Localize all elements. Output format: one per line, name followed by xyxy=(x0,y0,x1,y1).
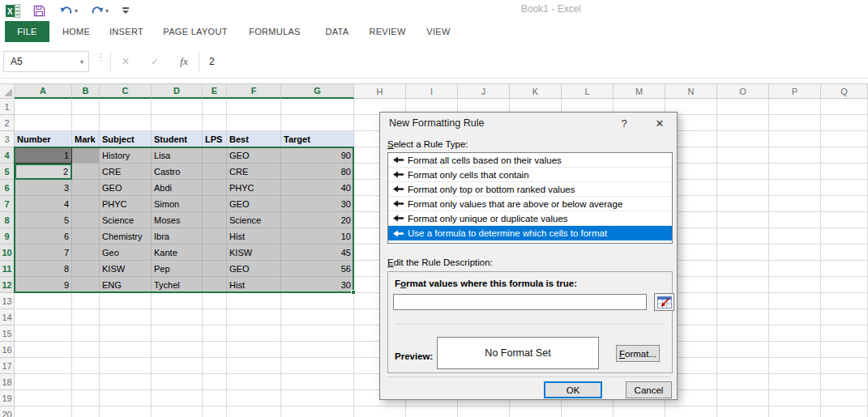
cell-P11[interactable] xyxy=(769,261,821,277)
cell-F16[interactable] xyxy=(227,342,281,358)
cell-G20[interactable] xyxy=(281,406,354,417)
cancel-button[interactable]: Cancel xyxy=(626,381,672,398)
row-header-14[interactable]: 14 xyxy=(0,309,15,326)
cell-G12[interactable]: 30 xyxy=(281,277,354,293)
ribbon-tab-formulas[interactable]: FORMULAS xyxy=(242,21,308,42)
dialog-close-icon[interactable]: ✕ xyxy=(649,116,670,132)
rule-type-option-5[interactable]: Use a formula to determine which cells t… xyxy=(388,226,672,240)
save-icon[interactable] xyxy=(28,2,49,19)
collapse-dialog-range-button[interactable] xyxy=(654,293,674,311)
cell-O9[interactable] xyxy=(717,228,769,245)
cell-C3[interactable]: Subject xyxy=(100,131,152,147)
cell-D3[interactable]: Student xyxy=(152,131,203,147)
cell-E6[interactable] xyxy=(203,180,227,196)
cell-F3[interactable]: Best xyxy=(227,131,281,147)
cell-D19[interactable] xyxy=(152,390,203,406)
cell-A18[interactable] xyxy=(15,374,72,390)
cell-F9[interactable]: Hist xyxy=(227,228,281,245)
undo-dropdown-icon[interactable]: ▾ xyxy=(75,7,78,15)
cell-C14[interactable] xyxy=(100,309,152,326)
cell-H20[interactable] xyxy=(354,406,406,417)
cell-P9[interactable] xyxy=(769,228,821,245)
row-header-12[interactable]: 12 xyxy=(0,277,15,293)
cell-A14[interactable] xyxy=(15,309,72,326)
cell-E16[interactable] xyxy=(203,342,227,358)
cell-P17[interactable] xyxy=(769,358,821,374)
cell-D6[interactable]: Abdi xyxy=(152,180,203,196)
formula-input[interactable] xyxy=(203,51,868,72)
cell-D20[interactable] xyxy=(152,406,203,417)
cancel-icon[interactable]: ✕ xyxy=(114,56,137,67)
column-header-L[interactable]: L xyxy=(562,83,614,99)
name-box-dropdown-icon[interactable]: ▾ xyxy=(80,58,83,66)
cell-L20[interactable] xyxy=(562,406,614,417)
cell-D5[interactable]: Castro xyxy=(152,164,203,180)
column-header-H[interactable]: H xyxy=(354,83,406,99)
format-button[interactable]: Format... xyxy=(616,345,660,362)
row-header-20[interactable]: 20 xyxy=(0,406,15,417)
cell-C10[interactable]: Geo xyxy=(100,245,152,261)
cell-E17[interactable] xyxy=(203,358,227,374)
cell-E4[interactable] xyxy=(203,147,227,164)
row-header-1[interactable]: 1 xyxy=(0,99,15,115)
column-header-E[interactable]: E xyxy=(203,83,227,99)
row-header-5[interactable]: 5 xyxy=(0,164,15,180)
cell-F8[interactable]: Science xyxy=(227,212,281,228)
cell-A8[interactable]: 5 xyxy=(15,212,72,228)
column-header-M[interactable]: M xyxy=(614,83,665,99)
cell-F19[interactable] xyxy=(227,390,281,406)
ribbon-tab-view[interactable]: VIEW xyxy=(421,21,455,42)
cell-F6[interactable]: PHYC xyxy=(227,180,281,196)
cell-B18[interactable] xyxy=(72,374,100,390)
cell-G10[interactable]: 45 xyxy=(281,245,354,261)
cell-F18[interactable] xyxy=(227,374,281,390)
cell-G17[interactable] xyxy=(281,358,354,374)
redo-dropdown-icon[interactable]: ▾ xyxy=(105,7,109,15)
cell-O17[interactable] xyxy=(717,358,769,374)
ribbon-tab-home[interactable]: HOME xyxy=(57,21,96,42)
cell-G13[interactable] xyxy=(281,293,354,309)
rule-formula-input[interactable] xyxy=(393,294,647,310)
cell-E18[interactable] xyxy=(203,374,227,390)
cell-O8[interactable] xyxy=(717,212,769,228)
cell-O19[interactable] xyxy=(717,390,769,406)
cell-E14[interactable] xyxy=(203,309,227,326)
cell-Q19[interactable] xyxy=(821,390,868,406)
cell-Q17[interactable] xyxy=(821,358,868,374)
cell-B10[interactable] xyxy=(72,245,100,261)
ribbon-tab-file[interactable]: FILE xyxy=(5,21,49,42)
cell-B15[interactable] xyxy=(72,326,100,342)
rule-type-option-2[interactable]: Format only top or bottom ranked values xyxy=(388,182,672,197)
cell-P4[interactable] xyxy=(769,147,821,164)
cell-Q18[interactable] xyxy=(821,374,868,390)
column-header-D[interactable]: D xyxy=(152,83,203,99)
cell-E8[interactable] xyxy=(203,212,227,228)
row-header-7[interactable]: 7 xyxy=(0,196,15,212)
cell-D18[interactable] xyxy=(152,374,203,390)
cell-B12[interactable] xyxy=(72,277,100,293)
cell-O13[interactable] xyxy=(717,293,769,309)
cell-A5[interactable]: 2 xyxy=(15,164,72,180)
ribbon-tab-data[interactable]: DATA xyxy=(319,21,355,42)
name-box[interactable]: A5 ▾ xyxy=(3,51,89,72)
select-all-corner[interactable] xyxy=(0,83,15,99)
cell-P2[interactable] xyxy=(769,115,821,131)
cell-P18[interactable] xyxy=(769,374,821,390)
redo-button[interactable]: ▾ xyxy=(86,2,113,19)
cell-P13[interactable] xyxy=(769,293,821,309)
cell-A11[interactable]: 8 xyxy=(15,261,72,277)
cell-D2[interactable] xyxy=(152,115,203,131)
cell-A10[interactable]: 7 xyxy=(15,245,72,261)
cell-F15[interactable] xyxy=(227,326,281,342)
cell-D13[interactable] xyxy=(152,293,203,309)
cell-G7[interactable]: 30 xyxy=(281,196,354,212)
cell-Q9[interactable] xyxy=(821,228,868,245)
insert-function-icon[interactable]: fx xyxy=(173,55,195,68)
cell-D11[interactable]: Pep xyxy=(152,261,203,277)
cell-G1[interactable] xyxy=(281,99,354,115)
cell-D17[interactable] xyxy=(152,358,203,374)
cell-B19[interactable] xyxy=(72,390,100,406)
cell-B9[interactable] xyxy=(72,228,100,245)
rule-type-option-0[interactable]: Format all cells based on their values xyxy=(388,153,672,168)
cell-F1[interactable] xyxy=(227,99,281,115)
